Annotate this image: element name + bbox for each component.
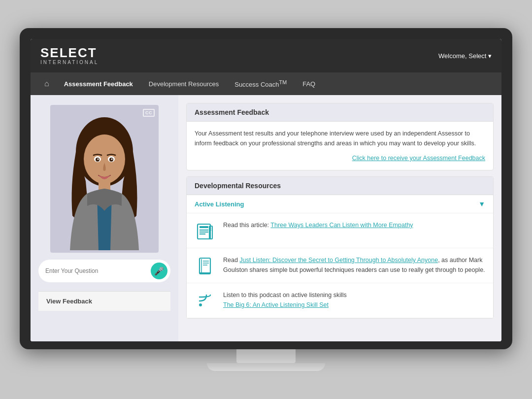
monitor-screen: SELECT INTERNATIONAL Welcome, Select ▾ ⌂… bbox=[20, 28, 512, 349]
top-bar: SELECT INTERNATIONAL Welcome, Select ▾ bbox=[31, 39, 501, 72]
nav-bar: ⌂ Assessment Feedback Development Resour… bbox=[31, 72, 501, 95]
dev-resources-header: Developmental Resources bbox=[187, 177, 493, 195]
resource-item: Read Just Listen: Discover the Secret to… bbox=[187, 248, 493, 283]
view-feedback-label: View Feedback bbox=[46, 298, 92, 305]
main-content: CC bbox=[31, 95, 501, 341]
newspaper-icon bbox=[195, 220, 215, 241]
monitor-stand bbox=[236, 349, 296, 363]
assessment-feedback-body: Your Assessment test results and your te… bbox=[187, 122, 493, 170]
assessment-feedback-header: Assessment Feedback bbox=[187, 103, 493, 122]
dropdown-arrow[interactable]: ▾ bbox=[488, 52, 492, 60]
monitor-wrap: SELECT INTERNATIONAL Welcome, Select ▾ ⌂… bbox=[20, 28, 512, 371]
resource-item: Read this article: Three Ways Leaders Ca… bbox=[187, 213, 493, 248]
article-link[interactable]: Three Ways Leaders Can Listen with More … bbox=[270, 222, 413, 229]
active-listening-bar[interactable]: Active Listening ▼ bbox=[187, 195, 493, 213]
resource-text-3: Listen to this podcast on active listeni… bbox=[223, 290, 485, 310]
rss-icon bbox=[195, 290, 215, 311]
book-icon bbox=[195, 255, 215, 276]
nav-assessment-feedback[interactable]: Assessment Feedback bbox=[57, 75, 140, 93]
svg-rect-10 bbox=[200, 226, 208, 228]
assessment-feedback-link[interactable]: Click here to receive your Assessment Fe… bbox=[195, 153, 485, 163]
svg-point-7 bbox=[98, 159, 99, 160]
chevron-down-icon: ▼ bbox=[478, 200, 485, 208]
avatar-box: CC bbox=[50, 105, 159, 253]
nav-success-coach[interactable]: Success CoachTM bbox=[228, 74, 294, 93]
monitor-base bbox=[207, 363, 325, 371]
nav-home-icon[interactable]: ⌂ bbox=[38, 74, 55, 93]
left-panel: CC bbox=[31, 95, 178, 341]
resource-text-2: Read Just Listen: Discover the Secret to… bbox=[223, 255, 485, 275]
view-feedback-bar[interactable]: View Feedback bbox=[38, 291, 170, 311]
welcome-area[interactable]: Welcome, Select ▾ bbox=[438, 52, 492, 60]
podcast-link[interactable]: The Big 6: An Active Listening Skill Set bbox=[223, 301, 329, 308]
cc-badge: CC bbox=[143, 109, 155, 117]
active-listening-label: Active Listening bbox=[195, 200, 244, 208]
assessment-body-text: Your Assessment test results and your te… bbox=[195, 130, 476, 147]
mic-icon: 🎤 bbox=[154, 266, 164, 276]
mic-button[interactable]: 🎤 bbox=[151, 263, 167, 279]
logo: SELECT INTERNATIONAL bbox=[40, 46, 99, 65]
svg-point-1 bbox=[84, 134, 125, 184]
resource-list: Read this article: Three Ways Leaders Ca… bbox=[187, 213, 493, 318]
nav-faq[interactable]: FAQ bbox=[296, 75, 322, 93]
dev-resources-card: Developmental Resources Active Listening… bbox=[186, 176, 494, 319]
resource-text-1: Read this article: Three Ways Leaders Ca… bbox=[223, 220, 485, 230]
svg-point-8 bbox=[111, 159, 113, 160]
screen-inner: SELECT INTERNATIONAL Welcome, Select ▾ ⌂… bbox=[31, 39, 501, 341]
right-panel: Assessment Feedback Your Assessment test… bbox=[178, 95, 501, 341]
logo-sub: INTERNATIONAL bbox=[40, 60, 99, 65]
avatar-illustration bbox=[55, 107, 154, 250]
welcome-label: Welcome, Select bbox=[438, 52, 486, 60]
question-row: 🎤 bbox=[38, 260, 170, 282]
svg-point-21 bbox=[199, 303, 202, 306]
resource-item: Listen to this podcast on active listeni… bbox=[187, 283, 493, 318]
nav-development-resources[interactable]: Development Resources bbox=[142, 75, 226, 93]
book-link[interactable]: Just Listen: Discover the Secret to Gett… bbox=[239, 257, 438, 264]
assessment-feedback-card: Assessment Feedback Your Assessment test… bbox=[186, 103, 494, 170]
question-input[interactable] bbox=[45, 267, 147, 274]
logo-text: SELECT bbox=[40, 45, 97, 60]
